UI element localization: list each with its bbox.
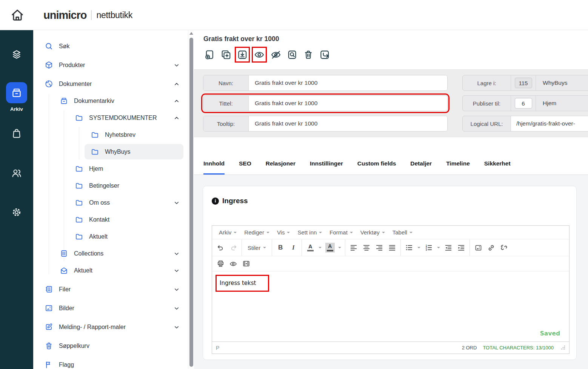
tab-custom-fields[interactable]: Custom fields [357,160,396,175]
navn-input[interactable] [249,75,447,90]
chevron-down-icon[interactable] [173,305,180,312]
archive-rail-button-active[interactable] [6,82,27,103]
nav-item-om-oss[interactable]: Om oss [33,194,188,211]
preview-button[interactable] [227,257,240,270]
italic-button[interactable]: I [287,241,300,254]
nav-item-betingelser[interactable]: Betingelser [33,177,188,194]
publiser-til-id-input[interactable] [515,98,532,109]
tab-innhold[interactable]: Innhold [203,160,225,175]
export-button[interactable] [317,47,332,62]
layers-rail-button[interactable] [0,49,33,60]
text-color-caret[interactable] [317,241,323,254]
chevron-down-icon[interactable] [173,250,180,257]
decrease-indent-button[interactable] [442,241,455,254]
tab-relasjoner[interactable]: Relasjoner [266,160,296,175]
nav-item-whybuys-selected[interactable]: WhyBuys [33,143,188,160]
new-document-button[interactable] [202,47,217,62]
nav-item-kontakt[interactable]: Kontakt [33,211,188,228]
nav-item-filer[interactable]: Filer [33,281,188,298]
insert-link-button[interactable] [485,241,497,254]
settings-rail-button[interactable] [0,207,33,218]
styles-dropdown[interactable]: Stiler [244,245,270,251]
nav-item-dokumentarkiv[interactable]: Dokumentarkiv [33,92,188,109]
import-button[interactable] [236,48,248,61]
tab-sikkerhet[interactable]: Sikkerhet [484,160,511,175]
insert-media-button[interactable] [240,257,252,270]
menu-verktoy[interactable]: Verktøy [357,226,389,239]
bullet-list-button[interactable] [403,241,416,254]
nav-item-hjem[interactable]: Hjem [33,160,188,177]
logical-url-input[interactable] [511,116,588,131]
menu-sett-inn[interactable]: Sett inn [294,226,326,239]
users-rail-button[interactable] [0,167,33,179]
chevron-up-icon[interactable] [173,97,180,105]
chevron-down-icon[interactable] [173,323,180,331]
nav-item-collections[interactable]: Collections [33,245,188,262]
lagre-i-id-input[interactable] [515,78,532,88]
nav-item-flagg[interactable]: Flagg [33,356,188,369]
ingress-text[interactable]: Ingress tekst [220,280,256,286]
element-path[interactable]: P [216,345,219,351]
tab-bar: Innhold SEO Relasjoner Innstillinger Cus… [194,137,588,175]
chevron-down-icon[interactable] [173,286,180,293]
text-color-button[interactable]: A [304,241,317,254]
chevron-down-icon[interactable] [173,199,180,207]
chevron-up-icon[interactable] [173,114,180,122]
nav-item-produkter[interactable]: Produkter [33,57,188,73]
home-button[interactable] [10,8,25,23]
nav-item-bilder[interactable]: Bilder [33,300,188,317]
preview-document-button[interactable] [285,47,299,62]
align-justify-button[interactable] [386,241,399,254]
menu-rediger[interactable]: Rediger [240,226,273,239]
bold-button[interactable]: B [274,241,287,254]
chevron-down-icon[interactable] [173,61,180,69]
increase-indent-button[interactable] [455,241,468,254]
new-document-icon [204,49,215,60]
print-button[interactable] [214,257,227,270]
menu-format[interactable]: Format [326,226,357,239]
resize-grip-icon[interactable] [561,346,565,350]
remove-link-button[interactable] [497,241,510,254]
folder-icon [75,181,83,190]
bullet-list-caret[interactable] [416,241,422,254]
caret-icon [382,232,385,233]
nav-item-systemdokumenter[interactable]: SYSTEMDOKUMENTER [33,109,188,126]
tab-seo[interactable]: SEO [239,160,251,175]
numbered-list-button[interactable] [422,241,435,254]
ingress-header: i Ingress [212,197,248,205]
nav-item-melding-rapport-maler[interactable]: Melding- / Rapport-maler [33,318,188,335]
numbered-list-caret[interactable] [435,241,442,254]
tooltip-input[interactable] [249,116,447,131]
nav-item-sok[interactable]: Søk [33,38,188,55]
delete-button[interactable] [301,47,316,62]
menu-arkiv[interactable]: Arkiv [215,226,240,239]
undo-button[interactable] [214,241,227,254]
editor-content-area[interactable]: Ingress tekst Saved [212,271,569,341]
align-left-button[interactable] [347,241,360,254]
background-color-button[interactable]: A [323,241,336,254]
show-button[interactable] [253,48,265,61]
background-color-caret[interactable] [336,241,343,254]
nav-item-nyhetsbrev[interactable]: Nyhetsbrev [33,126,188,143]
align-right-button[interactable] [373,241,386,254]
duplicate-document-button[interactable] [219,47,233,62]
chevron-up-icon[interactable] [173,80,180,88]
insert-image-button[interactable] [472,241,485,254]
redo-button[interactable] [227,241,240,254]
nav-item-aktuelt-folder[interactable]: Aktuelt [33,228,188,245]
shop-rail-button[interactable] [0,127,33,139]
nav-item-dokumenter[interactable]: Dokumenter [33,75,188,92]
nav-item-soppelkurv[interactable]: Søppelkurv [33,337,188,354]
tab-timeline[interactable]: Timeline [446,160,470,175]
menu-tabell[interactable]: Tabell [389,226,416,239]
align-center-button[interactable] [360,241,373,254]
nav-item-aktuelt-mail[interactable]: Aktuelt [33,262,188,279]
tab-detaljer[interactable]: Detaljer [410,160,432,175]
menu-vis[interactable]: Vis [273,226,294,239]
scroll-up-arrow[interactable] [189,32,193,35]
tittel-input[interactable] [249,96,447,111]
chevron-down-icon[interactable] [173,267,180,274]
scrollbar-thumb[interactable] [189,38,193,367]
hide-button[interactable] [269,47,283,62]
tab-innstillinger[interactable]: Innstillinger [310,160,343,175]
